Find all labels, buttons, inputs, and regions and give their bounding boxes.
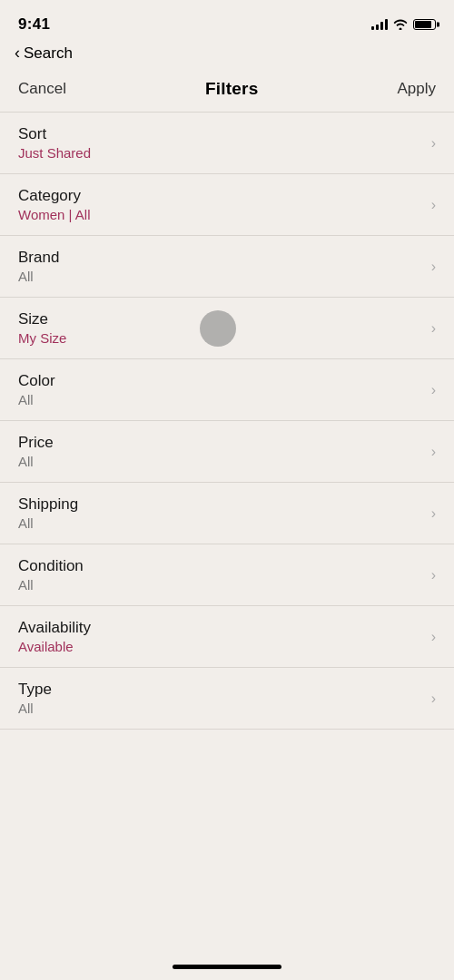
filter-item-category[interactable]: CategoryWomen | All› (0, 174, 454, 236)
chevron-right-icon-brand: › (431, 259, 436, 275)
chevron-right-icon-color: › (431, 382, 436, 398)
filter-item-left-size: SizeMy Size (18, 310, 66, 346)
filter-value-brand: All (18, 269, 59, 284)
filter-item-left-sort: SortJust Shared (18, 125, 91, 161)
apply-button[interactable]: Apply (397, 80, 436, 98)
chevron-right-icon-condition: › (431, 567, 436, 583)
filter-value-sort: Just Shared (18, 145, 91, 161)
chevron-right-icon-category: › (431, 197, 436, 213)
chevron-right-icon-price: › (431, 444, 436, 460)
chevron-right-icon-size: › (431, 320, 436, 337)
filter-item-condition[interactable]: ConditionAll› (0, 544, 454, 606)
filter-label-category: Category (18, 187, 90, 205)
filter-item-left-condition: ConditionAll (18, 557, 84, 593)
status-icons (371, 19, 436, 30)
filter-label-type: Type (18, 681, 52, 699)
filter-item-left-type: TypeAll (18, 681, 52, 716)
filter-item-sort[interactable]: SortJust Shared› (0, 113, 454, 174)
filter-item-left-shipping: ShippingAll (18, 495, 78, 531)
chevron-right-icon-availability: › (431, 629, 436, 645)
filter-item-left-color: ColorAll (18, 372, 55, 407)
filter-item-left-brand: BrandAll (18, 249, 59, 284)
filter-item-left-category: CategoryWomen | All (18, 187, 90, 222)
filter-label-sort: Sort (18, 125, 91, 143)
filter-item-price[interactable]: PriceAll› (0, 421, 454, 483)
back-chevron-icon: ‹ (15, 44, 20, 63)
filter-label-brand: Brand (18, 249, 59, 267)
filter-value-condition: All (18, 577, 84, 593)
signal-bars-icon (371, 19, 388, 30)
filter-value-type: All (18, 701, 52, 716)
filter-item-size[interactable]: SizeMy Size› (0, 298, 454, 359)
filter-value-shipping: All (18, 515, 78, 531)
filter-value-color: All (18, 392, 55, 407)
filter-label-size: Size (18, 310, 66, 328)
filter-item-left-availability: AvailabilityAvailable (18, 619, 91, 654)
status-time: 9:41 (18, 15, 50, 34)
chevron-right-icon-sort: › (431, 135, 436, 152)
back-navigation[interactable]: ‹ Search (0, 40, 454, 70)
filter-label-price: Price (18, 434, 54, 452)
filter-label-color: Color (18, 372, 55, 390)
filter-value-category: Women | All (18, 207, 90, 222)
filter-item-shipping[interactable]: ShippingAll› (0, 483, 454, 544)
status-bar: 9:41 (0, 0, 454, 40)
cancel-button[interactable]: Cancel (18, 80, 66, 98)
battery-icon (413, 19, 436, 30)
filter-item-left-price: PriceAll (18, 434, 54, 469)
back-label: Search (24, 44, 73, 63)
filter-value-availability: Available (18, 639, 91, 654)
filter-label-condition: Condition (18, 557, 84, 575)
touch-indicator (200, 310, 236, 347)
filter-item-brand[interactable]: BrandAll› (0, 236, 454, 298)
wifi-icon (393, 19, 408, 30)
filter-label-shipping: Shipping (18, 495, 78, 514)
filters-header: Cancel Filters Apply (0, 70, 454, 113)
home-indicator (173, 965, 281, 969)
filter-value-size: My Size (18, 330, 66, 346)
chevron-right-icon-shipping: › (431, 505, 436, 522)
filter-item-availability[interactable]: AvailabilityAvailable› (0, 606, 454, 668)
filter-list: SortJust Shared›CategoryWomen | All›Bran… (0, 113, 454, 730)
filter-label-availability: Availability (18, 619, 91, 637)
page-title: Filters (205, 79, 258, 99)
filter-item-color[interactable]: ColorAll› (0, 359, 454, 421)
chevron-right-icon-type: › (431, 691, 436, 707)
filter-item-type[interactable]: TypeAll› (0, 668, 454, 730)
filter-value-price: All (18, 454, 54, 469)
